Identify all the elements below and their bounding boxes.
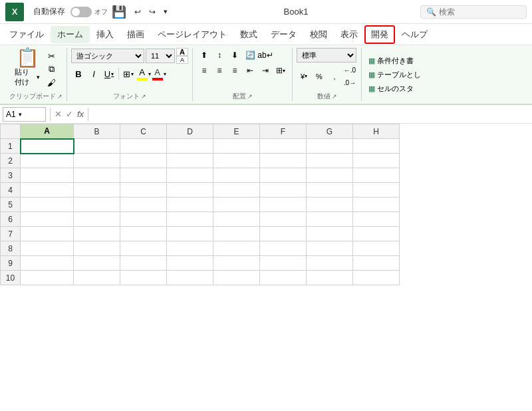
align-bottom-btn[interactable]: ⬇ (227, 48, 242, 63)
search-input[interactable] (439, 7, 492, 17)
cell-D8[interactable] (167, 241, 213, 256)
border-button[interactable]: ⊞▾ (121, 67, 136, 81)
cell-E5[interactable] (213, 198, 260, 212)
fill-color-button[interactable]: A ▾ (136, 67, 151, 81)
cell-F5[interactable] (260, 198, 307, 212)
cell-C2[interactable] (120, 154, 167, 168)
cell-H4[interactable] (353, 183, 400, 198)
cell-E10[interactable] (213, 271, 260, 285)
copy-button[interactable]: ⧉ (44, 63, 59, 75)
cell-A7[interactable] (21, 227, 74, 241)
cell-F3[interactable] (260, 168, 307, 183)
cell-C4[interactable] (120, 183, 167, 198)
paste-dropdown-arrow[interactable]: ▾ (37, 74, 40, 80)
cell-C6[interactable] (120, 212, 167, 227)
comma-btn[interactable]: , (327, 69, 342, 84)
cell-F6[interactable] (260, 212, 307, 227)
cell-A5[interactable] (21, 198, 74, 212)
cell-C1[interactable] (120, 139, 167, 154)
menu-develop[interactable]: 開発 (364, 25, 395, 44)
formula-cancel-btn[interactable]: ✕ (55, 109, 62, 119)
cell-B8[interactable] (74, 241, 120, 256)
menu-data[interactable]: データ (264, 26, 303, 43)
currency-btn[interactable]: ¥▾ (297, 69, 311, 84)
cell-G8[interactable] (307, 241, 353, 256)
format-copy-button[interactable]: 🖌 (44, 76, 59, 88)
cell-C8[interactable] (120, 241, 167, 256)
cell-E8[interactable] (213, 241, 260, 256)
cell-H7[interactable] (353, 227, 400, 241)
format-as-table-btn[interactable]: ▦ テーブルとし (366, 68, 424, 81)
col-header-C[interactable]: C (120, 124, 167, 139)
cell-B9[interactable] (74, 256, 120, 271)
cell-F8[interactable] (260, 241, 307, 256)
cell-A8[interactable] (21, 241, 74, 256)
font-size-up-btn[interactable]: A (176, 48, 188, 56)
cell-F2[interactable] (260, 154, 307, 168)
cell-F9[interactable] (260, 256, 307, 271)
menu-file[interactable]: ファイル (3, 26, 51, 43)
increase-decimal-btn[interactable]: ←.0 (342, 64, 357, 76)
cell-G6[interactable] (307, 212, 353, 227)
cell-E4[interactable] (213, 183, 260, 198)
menu-help[interactable]: ヘルプ (395, 26, 434, 43)
cell-H8[interactable] (353, 241, 400, 256)
cell-E7[interactable] (213, 227, 260, 241)
cell-A4[interactable] (21, 183, 74, 198)
font-size-down-btn[interactable]: A (176, 56, 188, 64)
cell-D10[interactable] (167, 271, 213, 285)
cell-D4[interactable] (167, 183, 213, 198)
row-header-5[interactable]: 5 (1, 198, 21, 212)
col-header-B[interactable]: B (74, 124, 120, 139)
cell-A10[interactable] (21, 271, 74, 285)
cell-E3[interactable] (213, 168, 260, 183)
percent-btn[interactable]: % (312, 69, 327, 84)
menu-view[interactable]: 表示 (334, 26, 364, 43)
row-header-1[interactable]: 1 (1, 139, 21, 154)
cell-F4[interactable] (260, 183, 307, 198)
col-header-H[interactable]: H (353, 124, 400, 139)
cell-D5[interactable] (167, 198, 213, 212)
formula-fx-btn[interactable]: fx (77, 109, 84, 119)
cell-D9[interactable] (167, 256, 213, 271)
cell-D2[interactable] (167, 154, 213, 168)
cell-B7[interactable] (74, 227, 120, 241)
menu-review[interactable]: 校閲 (303, 26, 334, 43)
cell-A6[interactable] (21, 212, 74, 227)
font-size-select[interactable]: 11 (146, 49, 175, 63)
cell-B2[interactable] (74, 154, 120, 168)
undo-btn[interactable]: ↩ (134, 7, 141, 17)
align-right-btn[interactable]: ≡ (227, 63, 242, 78)
cell-E1[interactable] (213, 139, 260, 154)
cell-D3[interactable] (167, 168, 213, 183)
cell-E9[interactable] (213, 256, 260, 271)
cell-D6[interactable] (167, 212, 213, 227)
menu-formula[interactable]: 数式 (233, 26, 264, 43)
cell-H2[interactable] (353, 154, 400, 168)
merge-btn[interactable]: ⊞▾ (273, 63, 288, 78)
cell-G7[interactable] (307, 227, 353, 241)
cell-C7[interactable] (120, 227, 167, 241)
align-left-btn[interactable]: ≡ (197, 63, 211, 78)
cell-B5[interactable] (74, 198, 120, 212)
cell-styles-btn[interactable]: ▦ セルのスタ (366, 82, 416, 95)
col-header-A[interactable]: A (21, 124, 74, 139)
cell-B10[interactable] (74, 271, 120, 285)
number-expand-icon[interactable]: ↗ (332, 93, 337, 100)
cell-H10[interactable] (353, 271, 400, 285)
cell-H5[interactable] (353, 198, 400, 212)
align-center-btn[interactable]: ≡ (212, 63, 227, 78)
col-header-G[interactable]: G (307, 124, 353, 139)
cell-B1[interactable] (74, 139, 120, 154)
bold-button[interactable]: B (71, 67, 86, 81)
align-top-btn[interactable]: ⬆ (197, 48, 211, 63)
cell-B4[interactable] (74, 183, 120, 198)
cell-E6[interactable] (213, 212, 260, 227)
text-angle-btn[interactable]: 🔄 (243, 48, 257, 63)
menu-insert[interactable]: 挿入 (90, 26, 120, 43)
font-name-select[interactable]: 游ゴシック (71, 49, 144, 63)
cell-ref-dropdown[interactable]: ▾ (19, 111, 22, 118)
col-header-E[interactable]: E (213, 124, 260, 139)
cell-G5[interactable] (307, 198, 353, 212)
cell-C5[interactable] (120, 198, 167, 212)
